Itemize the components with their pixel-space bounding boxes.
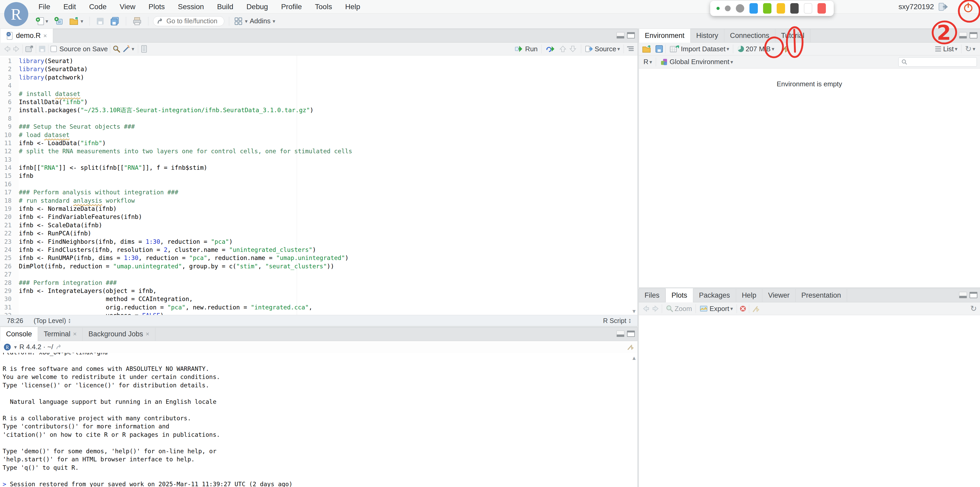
source-button[interactable]: Source ▾ xyxy=(583,44,622,54)
environment-search-input[interactable] xyxy=(910,58,970,66)
menu-item-view[interactable]: View xyxy=(113,0,142,14)
menu-item-help[interactable]: Help xyxy=(339,0,367,14)
menu-item-build[interactable]: Build xyxy=(210,0,240,14)
editor-scrollbar[interactable]: ▼ xyxy=(631,56,638,316)
source-on-save-checkbox[interactable] xyxy=(51,46,57,52)
code-tools-button[interactable]: ▾ xyxy=(121,44,136,54)
save-button[interactable] xyxy=(94,16,106,26)
compile-report-icon[interactable] xyxy=(140,45,148,53)
environment-scope-selector[interactable]: Global Environment ▾ xyxy=(658,57,735,67)
print-button[interactable] xyxy=(131,16,143,27)
sign-out-icon[interactable] xyxy=(938,2,948,11)
small-brush-size-icon[interactable] xyxy=(725,5,730,11)
plots-maximize-icon[interactable] xyxy=(969,292,977,298)
go-to-previous-section-icon[interactable] xyxy=(559,45,567,53)
tab-tutorial[interactable]: Tutorial xyxy=(775,29,810,42)
r-version-icon[interactable]: R xyxy=(3,343,11,351)
scroll-up-icon[interactable]: ▲ xyxy=(633,353,636,363)
color-swatch[interactable] xyxy=(777,3,785,14)
large-brush-size-icon[interactable] xyxy=(736,4,744,13)
close-tab-icon[interactable]: × xyxy=(73,330,77,338)
console-scrollbar[interactable]: ▲ xyxy=(631,353,638,487)
scope-indicator[interactable]: (Top Level) xyxy=(34,317,66,325)
tab-history[interactable]: History xyxy=(690,29,724,42)
color-swatch[interactable] xyxy=(818,3,826,14)
save-workspace-icon[interactable] xyxy=(655,45,663,53)
tab-files[interactable]: Files xyxy=(639,289,665,302)
file-type-selector[interactable]: R Script ▴▾ xyxy=(603,317,631,325)
tab-console[interactable]: Console xyxy=(0,327,38,341)
line-number: 23 xyxy=(0,238,19,246)
console-output[interactable]: Platform: x86_64-pc-linux-gnuR is free s… xyxy=(0,353,638,487)
clear-console-icon[interactable] xyxy=(627,343,634,351)
tab-background-jobs[interactable]: Background Jobs× xyxy=(83,327,156,341)
color-swatch[interactable] xyxy=(804,3,812,14)
menu-item-file[interactable]: File xyxy=(32,0,57,14)
back-icon[interactable] xyxy=(3,45,11,52)
code-editor[interactable]: 1library(Seurat)2library(SeuratData)3lib… xyxy=(0,56,638,316)
color-swatch[interactable] xyxy=(749,3,758,14)
maximize-pane-icon[interactable] xyxy=(627,32,635,38)
menu-item-debug[interactable]: Debug xyxy=(240,0,275,14)
previous-plot-icon[interactable] xyxy=(642,305,650,312)
menu-item-profile[interactable]: Profile xyxy=(275,0,308,14)
environment-search-box[interactable] xyxy=(898,57,977,67)
close-tab-icon[interactable]: × xyxy=(146,330,150,338)
clear-environment-broom-icon[interactable] xyxy=(780,44,789,54)
tab-plots[interactable]: Plots xyxy=(665,289,693,302)
load-workspace-icon[interactable] xyxy=(642,45,652,53)
console-minimize-icon[interactable] xyxy=(617,331,624,337)
go-to-next-section-icon[interactable] xyxy=(569,45,577,53)
env-maximize-icon[interactable] xyxy=(969,32,977,38)
menu-item-session[interactable]: Session xyxy=(172,0,211,14)
refresh-plots-icon[interactable]: ↻ xyxy=(970,305,977,313)
addins-button[interactable]: ▾ Addins ▾ xyxy=(234,17,275,25)
new-file-button[interactable]: ▾ xyxy=(34,16,50,27)
minimize-pane-icon[interactable] xyxy=(617,32,624,38)
goto-file-function-box[interactable] xyxy=(153,16,224,26)
console-maximize-icon[interactable] xyxy=(627,331,635,337)
view-working-dir-icon[interactable] xyxy=(56,344,63,350)
menu-item-tools[interactable]: Tools xyxy=(309,0,339,14)
color-swatch[interactable] xyxy=(790,3,799,14)
refresh-environment-button[interactable]: ↻ ▾ xyxy=(964,44,977,54)
tab-help[interactable]: Help xyxy=(736,289,762,302)
menu-item-plots[interactable]: Plots xyxy=(142,0,172,14)
find-replace-icon[interactable] xyxy=(112,45,121,53)
scroll-down-icon[interactable]: ▼ xyxy=(632,307,637,316)
close-tab-icon[interactable]: × xyxy=(43,32,47,40)
language-selector[interactable]: R ▾ xyxy=(642,57,654,67)
power-quit-icon[interactable] xyxy=(963,2,974,13)
list-view-button[interactable]: List ▾ xyxy=(932,44,959,54)
env-minimize-icon[interactable] xyxy=(959,32,967,38)
memory-usage-button[interactable]: 207 MiB ▾ xyxy=(735,44,776,54)
color-swatch[interactable] xyxy=(763,3,772,14)
rerun-button[interactable] xyxy=(544,44,557,54)
save-all-button[interactable] xyxy=(108,16,121,27)
tab-environment[interactable]: Environment xyxy=(639,29,690,43)
tab-packages[interactable]: Packages xyxy=(693,289,736,302)
zoom-plot-button[interactable]: Zoom xyxy=(664,304,694,314)
import-dataset-button[interactable]: Import Dataset ▾ xyxy=(668,44,731,54)
next-plot-icon[interactable] xyxy=(652,305,660,312)
goto-file-function-input[interactable] xyxy=(166,17,219,25)
tab-connections[interactable]: Connections xyxy=(724,29,775,42)
clear-all-plots-broom-icon[interactable] xyxy=(751,304,760,313)
remove-plot-icon[interactable] xyxy=(739,305,747,313)
document-outline-icon[interactable] xyxy=(626,45,634,52)
plots-minimize-icon[interactable] xyxy=(959,292,967,298)
run-button[interactable]: Run xyxy=(513,44,539,54)
menu-item-edit[interactable]: Edit xyxy=(57,0,83,14)
save-file-icon[interactable] xyxy=(38,45,46,53)
forward-icon[interactable] xyxy=(13,45,21,52)
new-project-button[interactable]: R xyxy=(52,16,65,27)
popout-window-icon[interactable] xyxy=(25,45,34,53)
tab-terminal[interactable]: Terminal× xyxy=(38,327,83,341)
open-file-button[interactable]: ▾ xyxy=(67,16,85,27)
record-dot-icon[interactable] xyxy=(716,7,720,10)
menu-item-code[interactable]: Code xyxy=(83,0,113,14)
tab-viewer[interactable]: Viewer xyxy=(762,289,795,302)
export-plot-button[interactable]: Export ▾ xyxy=(698,304,734,314)
tab-demo-r[interactable]: R demo.R × xyxy=(0,29,53,43)
tab-presentation[interactable]: Presentation xyxy=(795,289,847,302)
